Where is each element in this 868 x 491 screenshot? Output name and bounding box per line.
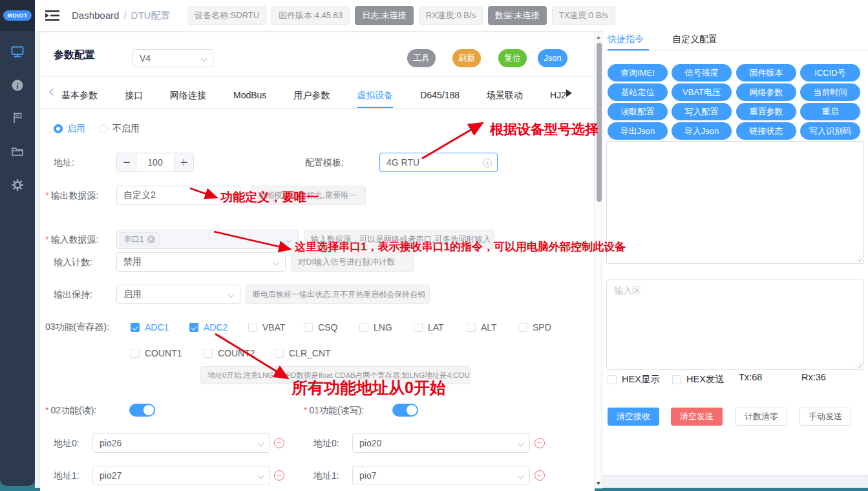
checkbox-clr-cnt[interactable]: CLR_CNT [275, 348, 331, 358]
cmd-vbat[interactable]: VBAT电压 [672, 83, 732, 101]
checkbox-lng[interactable]: LNG [359, 322, 392, 333]
cmd-iccid[interactable]: ICCID号 [800, 64, 860, 82]
sidebar-item-info[interactable]: i [0, 76, 35, 96]
tab-scene-link[interactable]: 场景联动 [487, 84, 523, 108]
checkbox-count2[interactable]: COUNT2 [204, 348, 255, 358]
hex-send-checkbox[interactable]: HEX发送 [672, 373, 725, 386]
checkbox-csq[interactable]: CSQ [304, 322, 337, 333]
plus-icon[interactable] [174, 153, 193, 171]
tab-network[interactable]: 网络连接 [170, 84, 206, 108]
func01-toggle[interactable] [392, 404, 418, 417]
output-hold-select[interactable]: 启用 [116, 285, 240, 304]
checkbox-lat[interactable]: LAT [414, 322, 444, 333]
version-select[interactable]: V4 [132, 49, 213, 67]
addr1-right-select[interactable]: pio7 [352, 466, 530, 485]
checkbox-adc2[interactable]: ADC2 [189, 322, 228, 333]
minus-icon[interactable] [117, 153, 136, 171]
func02-toggle[interactable] [129, 404, 155, 417]
output-source-hint: 功能模块端口标志,需要唯一 [251, 186, 366, 205]
tools-button[interactable]: 工具 [407, 49, 436, 67]
tab-modbus[interactable]: ModBus [233, 84, 266, 108]
addr1-left-select[interactable]: pio27 [92, 466, 270, 485]
cmd-net-params[interactable]: 网络参数 [736, 83, 796, 101]
clear-receive-button[interactable]: 清空接收 [608, 408, 659, 426]
remove-row-icon[interactable] [274, 438, 284, 448]
output-hold-hint: 断电后恢前一输出状态;开不开热重启都会保持自锁 [246, 285, 430, 304]
remove-row-icon[interactable] [274, 470, 284, 481]
checkbox-alt[interactable]: ALT [467, 322, 497, 333]
send-input-area [606, 279, 864, 370]
template-input[interactable] [386, 157, 479, 168]
breadcrumb-dashboard[interactable]: Dashboard [72, 10, 119, 21]
addr0-right-label: 地址0: [313, 433, 339, 453]
checkbox-spd[interactable]: SPD [518, 322, 551, 333]
tabs-next-icon[interactable] [566, 89, 572, 97]
tab-basic-params[interactable]: 基本参数 [61, 84, 98, 108]
addr0-right-select[interactable]: pio20 [352, 433, 530, 453]
hex-display-checkbox[interactable]: HEX显示 [608, 373, 660, 386]
cmd-reset-params[interactable]: 重置参数 [736, 103, 796, 120]
tx-counter: Tx:68 [739, 372, 762, 382]
radio-enable[interactable]: 启用 [54, 123, 85, 135]
clear-send-button[interactable]: 清空发送 [671, 408, 723, 426]
tab-virtual-device[interactable]: 虚拟设备 [357, 84, 393, 108]
addr0-left-select[interactable]: pio26 [92, 433, 270, 453]
input-source-select[interactable]: 串口1 [116, 230, 299, 249]
tab-user-params[interactable]: 用户参数 [293, 84, 330, 108]
manual-send-button[interactable]: 手动发送 [799, 408, 851, 426]
cmd-write-config[interactable]: 写入配置 [672, 103, 732, 120]
checkbox-vbat[interactable]: VBAT [248, 322, 286, 333]
tab-interface[interactable]: 接口 [125, 84, 143, 108]
scrollbar-thumb[interactable] [597, 43, 602, 202]
input-count-select[interactable]: 禁用 [116, 252, 286, 272]
cmd-link-status[interactable]: 链接状态 [736, 122, 796, 140]
tag-label: 串口1 [124, 234, 144, 245]
address-value[interactable]: 100 [136, 153, 174, 171]
cmd-query-imei[interactable]: 查询IMEI [608, 64, 668, 82]
json-button[interactable]: Json [538, 49, 567, 67]
badge-log-status: 日志:未连接 [355, 6, 414, 25]
tag-close-icon[interactable] [147, 235, 155, 243]
send-input[interactable] [607, 280, 863, 369]
receive-output-area[interactable] [606, 141, 864, 264]
tabs-prev-icon[interactable] [49, 88, 56, 95]
resize-handle[interactable] [855, 255, 862, 262]
cmd-export-json[interactable]: 导出Json [608, 122, 668, 140]
collapse-menu-icon[interactable] [45, 10, 59, 23]
vertical-scrollbar[interactable] [594, 32, 602, 488]
tab-custom-config[interactable]: 自定义配置 [672, 34, 717, 45]
refresh-button[interactable]: 刷新 [452, 49, 481, 67]
sidebar-item-files[interactable] [0, 142, 35, 162]
cmd-import-json[interactable]: 导入Json [672, 122, 732, 140]
cmd-signal[interactable]: 信号强度 [672, 64, 732, 82]
radio-disable[interactable]: 不启用 [99, 123, 140, 135]
tab-d645[interactable]: D645/188 [420, 84, 460, 108]
radio-dot [99, 124, 108, 133]
folder-icon [11, 145, 24, 160]
cmd-current-time[interactable]: 当前时间 [800, 83, 860, 101]
sidebar: MDIOT i [0, 0, 35, 486]
scroll-down-icon[interactable] [597, 482, 600, 485]
remove-row-icon[interactable] [535, 470, 545, 481]
cmd-write-id[interactable]: 写入识别码 [800, 122, 860, 140]
cmd-read-config[interactable]: 读取配置 [608, 103, 668, 120]
sidebar-item-settings[interactable] [0, 176, 35, 195]
cmd-cell-locate[interactable]: 基站定位 [608, 83, 668, 101]
sidebar-item-dashboard[interactable] [0, 43, 35, 62]
chevron-down-icon [258, 441, 264, 447]
cmd-reboot[interactable]: 重启 [800, 103, 860, 120]
scroll-up-icon[interactable] [597, 36, 600, 39]
clear-icon[interactable] [483, 158, 492, 168]
sidebar-item-flag[interactable] [0, 109, 35, 128]
count-zero-button[interactable]: 计数清零 [736, 408, 787, 426]
selected-tag: 串口1 [120, 232, 160, 246]
cmd-firmware[interactable]: 固件版本 [736, 64, 796, 82]
checkbox-adc1[interactable]: ADC1 [131, 322, 169, 333]
reset-button[interactable]: 复位 [498, 49, 527, 67]
tab-hj2[interactable]: HJ2 [550, 84, 566, 108]
chevron-down-icon [228, 292, 235, 298]
tab-quick-commands[interactable]: 快捷指令 [608, 34, 644, 45]
remove-row-icon[interactable] [535, 438, 545, 448]
checkbox-count1[interactable]: COUNT1 [131, 348, 182, 358]
output-source-select[interactable]: 自定义2 [116, 186, 240, 205]
